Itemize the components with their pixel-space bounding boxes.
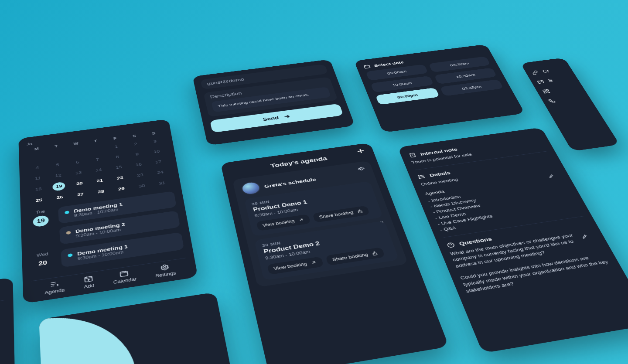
screen-leftpane: ature eminders Help — [0, 277, 15, 364]
day-column-tue: Tue 19 — [29, 208, 54, 252]
cal-day[interactable]: 12 — [52, 170, 65, 180]
svg-rect-6 — [372, 253, 377, 255]
cal-day[interactable]: 16 — [132, 160, 145, 169]
arrow-up-right-icon — [297, 217, 305, 222]
cal-day[interactable]: 18 — [32, 184, 45, 194]
details-title: Details — [429, 170, 451, 178]
tab-add[interactable]: Add — [83, 275, 94, 289]
event-dot-icon — [68, 253, 72, 257]
share-item[interactable] — [542, 85, 579, 94]
calendar-add-icon — [83, 275, 93, 283]
cal-day[interactable] — [51, 150, 63, 159]
help-item[interactable]: Help — [0, 327, 5, 350]
svg-rect-1 — [120, 271, 128, 276]
screen-brand: Me — [39, 292, 249, 364]
screen-compose: guest@demo. Description This meeting cou… — [192, 59, 355, 146]
tab-label: Calendar — [113, 276, 137, 285]
questions-title: Questions — [458, 236, 493, 246]
share-booking-label: Share booking — [332, 252, 369, 262]
gear-sparkle-icon[interactable] — [375, 220, 386, 227]
svg-point-9 — [418, 175, 420, 176]
cal-day[interactable]: 24 — [154, 167, 167, 177]
share-booking-button[interactable]: Share booking — [325, 247, 385, 265]
schedule-owner: Greta's schedule — [263, 177, 316, 189]
screen-timeselect: Select date 09:00am 09:30am 10:00am 10:3… — [354, 44, 525, 133]
screen-calendar: Ja M T W T F S S 1 2 3 4 5 6 7 8 9 10 11… — [18, 119, 198, 303]
cal-day-selected[interactable]: 19 — [52, 181, 65, 191]
booking-title: Product Demo 1 — [253, 199, 308, 212]
cal-day[interactable]: 17 — [152, 157, 165, 166]
cal-day[interactable]: 2 — [129, 139, 142, 149]
svg-rect-16 — [544, 92, 546, 93]
cal-day[interactable] — [70, 147, 83, 156]
cal-day[interactable]: 7 — [91, 155, 104, 164]
svg-point-3 — [360, 168, 362, 170]
cal-day[interactable]: 29 — [115, 184, 128, 194]
cal-day[interactable]: 20 — [73, 179, 86, 188]
plus-icon — [355, 147, 366, 154]
view-booking-button[interactable]: View booking — [267, 256, 324, 275]
cal-day[interactable]: 15 — [112, 163, 125, 172]
share-icon — [371, 250, 379, 256]
share-label: Cr — [542, 69, 550, 74]
cal-day[interactable]: 26 — [53, 192, 66, 202]
cal-day[interactable]: 10 — [150, 147, 163, 156]
weekday-m: M — [27, 146, 47, 152]
cal-day[interactable] — [90, 145, 103, 154]
share-item[interactable] — [547, 94, 585, 103]
share-icon — [356, 208, 363, 214]
question-icon — [446, 241, 456, 248]
cal-day[interactable] — [31, 153, 43, 162]
brand-accent-shape — [39, 305, 137, 364]
view-booking-button[interactable]: View booking — [256, 214, 311, 231]
cal-day[interactable]: 14 — [92, 165, 105, 175]
view-booking-label: View booking — [262, 218, 295, 228]
cal-day[interactable]: 9 — [131, 150, 144, 159]
cal-day[interactable]: 25 — [32, 195, 45, 205]
note-icon — [408, 152, 417, 158]
cal-day[interactable]: 5 — [51, 160, 64, 169]
day-label: Wed — [37, 252, 48, 258]
qr-icon — [542, 88, 551, 94]
phone-icon — [547, 98, 557, 103]
booking-title: Product Demo 2 — [263, 240, 321, 255]
mail-icon — [536, 79, 545, 85]
link-icon — [531, 70, 540, 75]
send-label: Send — [262, 115, 279, 122]
weekday-w: W — [66, 140, 86, 146]
select-date-title: Select date — [373, 60, 405, 67]
svg-rect-15 — [546, 89, 549, 91]
tab-label: Add — [84, 283, 95, 289]
cal-day[interactable]: 13 — [72, 168, 85, 177]
calendar-icon — [119, 269, 130, 278]
cal-day[interactable]: 1 — [110, 142, 123, 151]
schedule-card: Greta's schedule 30 MIN Product Demo 1 9… — [232, 160, 409, 287]
cal-day[interactable]: 11 — [31, 173, 44, 183]
share-item[interactable]: S — [536, 75, 573, 84]
booking-title-row: Product Demo 2 — [263, 231, 384, 254]
cal-day[interactable]: 27 — [74, 190, 87, 200]
tab-calendar[interactable]: Calendar — [112, 268, 137, 285]
tab-settings[interactable]: Settings — [154, 262, 177, 278]
gear-sparkle-icon[interactable] — [357, 166, 366, 172]
cal-day[interactable]: 8 — [111, 152, 124, 161]
cal-day[interactable]: 3 — [149, 137, 162, 146]
booking-time: 9:30am - 10:00am — [254, 197, 371, 218]
svg-rect-14 — [543, 90, 546, 91]
share-booking-button[interactable]: Share booking — [313, 205, 370, 222]
cal-day[interactable]: 30 — [135, 181, 149, 191]
day-chip-selected[interactable]: 19 — [33, 214, 49, 227]
event-dot-icon — [66, 231, 71, 235]
cal-day[interactable]: 23 — [133, 170, 147, 180]
cal-day[interactable]: 21 — [93, 176, 106, 185]
svg-point-2 — [163, 266, 166, 269]
cal-day[interactable]: 28 — [94, 187, 107, 197]
tab-label: Settings — [155, 270, 177, 278]
day-label: Tue — [36, 209, 45, 214]
cal-day[interactable]: 31 — [155, 178, 169, 188]
cal-day[interactable]: 6 — [71, 157, 84, 167]
cal-day[interactable]: 4 — [31, 163, 44, 173]
svg-rect-4 — [358, 211, 362, 213]
cal-day[interactable]: 22 — [113, 173, 126, 183]
tab-agenda[interactable]: Agenda — [44, 279, 65, 295]
